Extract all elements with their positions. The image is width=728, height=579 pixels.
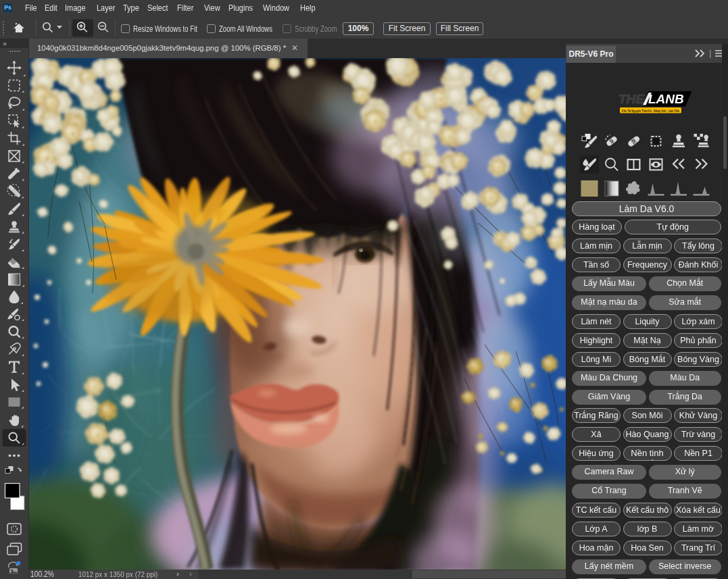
svg-text:Kho Tài Nguyên Thiết Kế - Nhiế: Kho Tài Nguyên Thiết Kế - Nhiếp Ảnh - Là… [622,109,679,113]
svg-text:THE: THE [618,92,645,106]
svg-text:LANB: LANB [648,92,684,106]
